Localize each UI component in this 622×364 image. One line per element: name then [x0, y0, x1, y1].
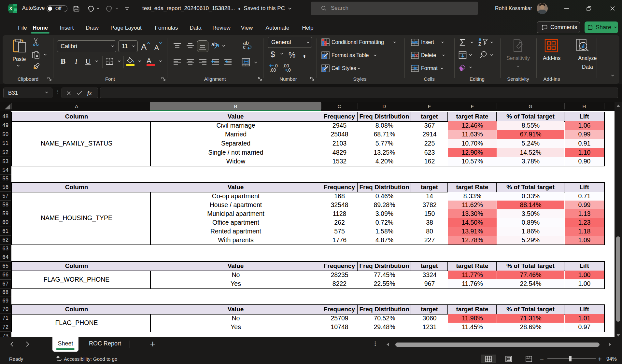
svg-text:.0: .0: [287, 67, 291, 72]
svg-text:X: X: [9, 6, 12, 11]
svg-text:.00: .00: [270, 67, 276, 72]
